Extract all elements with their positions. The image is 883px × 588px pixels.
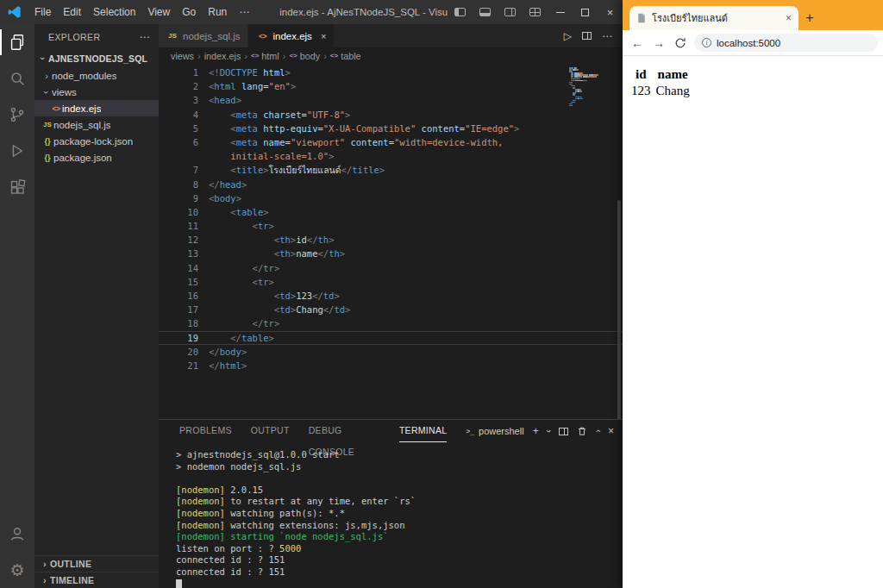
code-line: 20</body> [159, 345, 623, 359]
code-text: <tr> [209, 275, 623, 289]
refresh-button[interactable] [671, 33, 690, 53]
menu-go[interactable]: Go [176, 0, 202, 24]
close-button[interactable]: × [598, 0, 623, 24]
terminal-dropdown-icon[interactable]: › [543, 429, 554, 433]
close-panel-icon[interactable]: × [608, 425, 614, 437]
menu-item[interactable]: ⋯ [233, 0, 255, 24]
sidebar-explorer: EXPLORER ⋯ › AJNESTNODEJS_SQL ›node_modu… [34, 24, 159, 588]
breadcrumb-separator: › [197, 51, 201, 61]
tree-item-node-modules[interactable]: ›node_modules [34, 67, 159, 84]
tree-item-index-ejs[interactable]: <>index.ejs [34, 100, 159, 116]
section-timeline[interactable]: ›TIMELINE [34, 572, 159, 588]
line-number: 19 [159, 331, 209, 345]
editor-tabbar: JSnodejs_sql.js<>index.ejs× ▷ ⋯ [159, 24, 623, 47]
maximize-button[interactable] [573, 0, 598, 24]
tree-item-label: nodejs_sql.js [53, 120, 110, 130]
close-tab-icon[interactable]: × [321, 31, 326, 41]
explorer-root-folder[interactable]: › AJNESTNODEJS_SQL [34, 50, 159, 67]
json-file-icon: {} [41, 137, 53, 146]
new-tab-button[interactable]: + [798, 6, 821, 30]
code-line: 12 <th>id</th> [159, 233, 623, 247]
toggle-panel-icon[interactable] [473, 0, 498, 24]
breadcrumb-table[interactable]: <>table [330, 51, 361, 61]
terminal-line: connected id : ? 151 [176, 554, 623, 566]
code-line: 9<body> [159, 191, 623, 205]
code-text: <td>123</td> [209, 289, 623, 303]
browser-tab[interactable]: โรงเบียร์ไทยแลนด์ × [629, 6, 798, 30]
search-icon[interactable] [0, 60, 34, 97]
code-line: 11 <tr> [159, 219, 623, 233]
code-line: initial-scale=1.0"> [159, 149, 623, 163]
code-line: 19 </table> [159, 331, 623, 345]
panel-tab-output[interactable]: OUTPUT [251, 420, 290, 442]
account-icon[interactable] [0, 516, 34, 552]
explorer-icon[interactable] [0, 24, 34, 60]
shell-picker[interactable]: >_ powershell [466, 426, 523, 436]
minimap[interactable] [569, 67, 614, 107]
panel-tab-problems[interactable]: PROBLEMS [179, 420, 232, 442]
kill-terminal-icon[interactable] [577, 426, 587, 436]
line-number: 2 [159, 79, 209, 93]
table-header-cell: id [629, 67, 653, 82]
settings-gear-icon[interactable]: ⚙ [0, 552, 34, 588]
breadcrumb-index-ejs[interactable]: index.ejs [204, 51, 241, 61]
vscode-titlebar: FileEditSelectionViewGoRun⋯ index.ejs - … [0, 0, 623, 24]
code-line: 1<!DOCTYPE html> [159, 66, 623, 79]
explorer-actions-icon[interactable]: ⋯ [140, 31, 150, 43]
editor-actions: ▷ ⋯ [564, 24, 623, 47]
line-number: 6 [159, 135, 209, 149]
split-terminal-icon[interactable] [559, 428, 568, 435]
breadcrumb-views[interactable]: views [171, 51, 194, 61]
url-text: localhost:5000 [717, 38, 780, 48]
panel-tab-debug-console[interactable]: DEBUG CONSOLE [309, 420, 380, 442]
terminal-icon: >_ [466, 428, 474, 435]
customize-layout-icon[interactable] [523, 0, 548, 24]
toggle-sidebar-icon[interactable] [448, 0, 473, 24]
breadcrumb-html[interactable]: <>html [251, 51, 279, 61]
menu-edit[interactable]: Edit [57, 0, 87, 24]
tree-item-package-json[interactable]: {}package.json [34, 149, 159, 166]
address-bar[interactable]: i localhost:5000 [694, 34, 878, 52]
editor-scrollbar[interactable] [617, 200, 621, 419]
terminal-line: listen on port : ? 5000 [176, 543, 623, 555]
tree-item-views[interactable]: ›views [34, 84, 159, 100]
section-outline[interactable]: ›OUTLINE [34, 555, 159, 572]
run-file-icon[interactable]: ▷ [564, 30, 572, 42]
run-debug-icon[interactable] [0, 133, 34, 169]
code-text: </body> [209, 345, 623, 359]
menu-run[interactable]: Run [202, 0, 233, 24]
line-number: 7 [159, 163, 209, 177]
extensions-icon[interactable] [0, 169, 34, 205]
panel-tab-terminal[interactable]: TERMINAL [399, 420, 448, 442]
source-control-icon[interactable] [0, 97, 34, 133]
breadcrumb-label: html [261, 51, 279, 61]
code-text: <head> [209, 93, 623, 107]
line-number: 13 [159, 247, 209, 260]
tab-index-ejs[interactable]: <>index.ejs× [248, 24, 335, 47]
menu-view[interactable]: View [141, 0, 176, 24]
menu-file[interactable]: File [28, 0, 57, 24]
minimize-button[interactable] [548, 0, 573, 24]
menu-selection[interactable]: Selection [87, 0, 141, 24]
forward-button[interactable]: → [649, 33, 668, 53]
terminal-output[interactable]: > ajnestnodejs_sql@1.0.0 start> nodemon … [159, 442, 623, 588]
line-number: 20 [159, 345, 209, 359]
tab-nodejs-sql-js[interactable]: JSnodejs_sql.js [159, 24, 248, 47]
breadcrumb-body[interactable]: <>body [289, 51, 320, 61]
tree-item-package-lock-json[interactable]: {}package-lock.json [34, 133, 159, 149]
tree-item-nodejs-sql-js[interactable]: JSnodejs_sql.js [34, 116, 159, 133]
activity-bar-bottom: ⚙ [0, 516, 34, 588]
maximize-panel-icon[interactable]: › [592, 429, 603, 433]
back-button[interactable]: ← [628, 33, 647, 53]
more-actions-icon[interactable]: ⋯ [602, 30, 612, 42]
table-row: 123Chang [629, 84, 692, 98]
toggle-secondary-sidebar-icon[interactable] [498, 0, 523, 24]
vscode-window: FileEditSelectionViewGoRun⋯ index.ejs - … [0, 0, 623, 588]
new-terminal-icon[interactable]: + [533, 425, 539, 437]
site-info-icon[interactable]: i [702, 38, 711, 47]
code-editor[interactable]: 1<!DOCTYPE html>2<html lang="en">3<head>… [159, 64, 623, 419]
split-editor-icon[interactable] [582, 32, 592, 40]
line-number: 4 [159, 108, 209, 122]
line-number: 14 [159, 261, 209, 275]
close-tab-icon[interactable]: × [786, 12, 792, 24]
